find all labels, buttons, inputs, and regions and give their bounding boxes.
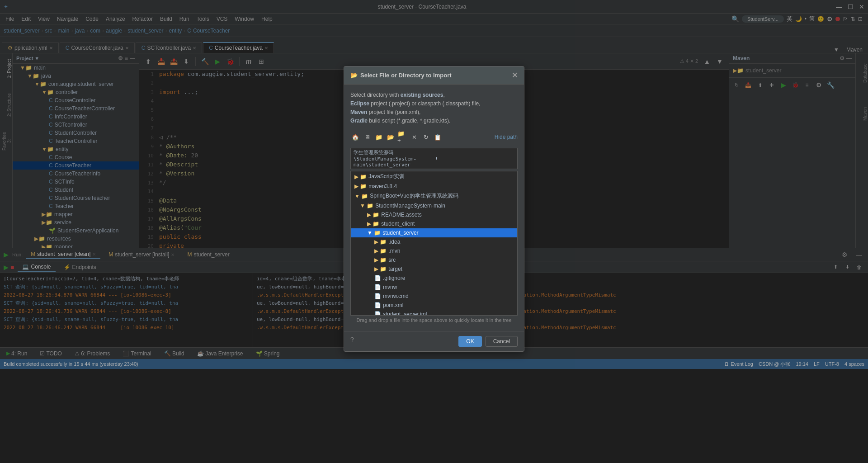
dtree-src-label: src bbox=[388, 257, 396, 263]
dialog-body: Select directory with existing sources, … bbox=[344, 85, 524, 331]
dtree-pom-xml-label: pom.xml bbox=[383, 302, 403, 308]
dtree-file-icon: 📄 bbox=[374, 284, 381, 290]
dtree-idea[interactable]: ▶ 📁 .idea bbox=[351, 237, 517, 246]
dialog-overlay: 📂 Select File or Directory to Import ✕ S… bbox=[0, 0, 868, 463]
dtree-folder-icon: ▶ 📁 bbox=[374, 257, 387, 263]
dtree-mvnw[interactable]: 📄 mvnw bbox=[351, 283, 517, 292]
dtree-file-icon: 📄 bbox=[374, 311, 381, 316]
dialog-toolbar-folder-icon[interactable]: 📁 bbox=[374, 132, 384, 142]
dialog-toolbar-folder2-icon[interactable]: 📂 bbox=[386, 132, 396, 142]
dtree-folder-icon: ▼ 📁 bbox=[360, 203, 373, 209]
dtree-springboot-label: SpringBoot+Vue的学生管理系统源码 bbox=[370, 192, 458, 200]
dtree-gitignore[interactable]: 📄 .gitignore bbox=[351, 274, 517, 283]
dtree-idea-label: .idea bbox=[388, 239, 400, 245]
dtree-student-server-label: student_server bbox=[382, 230, 418, 236]
dialog-hint: Drag and drop a file into the space abov… bbox=[350, 316, 518, 325]
dialog-toolbar-copy-icon[interactable]: 📋 bbox=[433, 132, 443, 142]
dtree-mvn-label: .mvn bbox=[388, 248, 400, 254]
dtree-student-server-iml[interactable]: 📄 student_server.iml bbox=[351, 310, 517, 316]
dtree-xml-icon: 📄 bbox=[374, 302, 381, 308]
dtree-student-manage-main[interactable]: ▼ 📁 StudentManageSystem-main bbox=[351, 201, 517, 210]
dialog-toolbar: 🏠 🖥 📁 📂 📁+ ✕ ↻ 📋 Hide path bbox=[350, 130, 518, 144]
dtree-gitignore-label: .gitignore bbox=[383, 275, 405, 281]
dialog-file-tree: ▶ 📁 JavaScript实训 ▶ 📁 maven3.8.4 ▼ 📁 Spri… bbox=[350, 171, 518, 316]
dtree-student-server[interactable]: ▼ 📁 student_server bbox=[351, 228, 517, 237]
dialog-close-button[interactable]: ✕ bbox=[512, 71, 518, 80]
dialog-cancel-button[interactable]: Cancel bbox=[486, 336, 518, 347]
dtree-folder-icon: ▼ 📁 bbox=[354, 193, 368, 199]
dtree-folder-icon: ▶ 📁 bbox=[367, 212, 379, 218]
dtree-student-client[interactable]: ▶ 📁 student_client bbox=[351, 219, 517, 228]
dialog-path-value: 学生管理系统源码\StudentManageSystem-main\studen… bbox=[354, 149, 433, 168]
dialog-ok-button[interactable]: OK bbox=[458, 336, 481, 347]
import-dialog: 📂 Select File or Directory to Import ✕ S… bbox=[344, 66, 524, 352]
dialog-path-bar: 学生管理系统源码\StudentManageSystem-main\studen… bbox=[350, 148, 518, 169]
dtree-folder-icon: ▶ 📁 bbox=[354, 174, 367, 180]
dialog-path-download-icon[interactable]: ⬇ bbox=[435, 156, 514, 161]
dtree-readme-assets[interactable]: ▶ 📁 README.assets bbox=[351, 210, 517, 219]
dtree-mvnw-cmd[interactable]: 📄 mvnw.cmd bbox=[351, 292, 517, 301]
dtree-springboot[interactable]: ▼ 📁 SpringBoot+Vue的学生管理系统源码 bbox=[351, 191, 517, 201]
hide-path-button[interactable]: Hide path bbox=[495, 134, 518, 140]
dtree-folder-icon: ▶ 📁 bbox=[367, 221, 379, 227]
dtree-file-icon: 📄 bbox=[374, 275, 381, 281]
dtree-student-manage-main-label: StudentManageSystem-main bbox=[375, 203, 445, 209]
dtree-mvn[interactable]: ▶ 📁 .mvn bbox=[351, 246, 517, 255]
dialog-toolbar-refresh-icon[interactable]: ↻ bbox=[421, 132, 431, 142]
dtree-student-client-label: student_client bbox=[381, 221, 415, 227]
dialog-footer: ? OK Cancel bbox=[344, 331, 524, 351]
help-icon-btn[interactable]: ? bbox=[350, 336, 354, 347]
dialog-toolbar-home-icon[interactable]: 🏠 bbox=[350, 132, 360, 142]
dtree-mvnw-cmd-label: mvnw.cmd bbox=[383, 293, 409, 299]
dtree-folder-icon: ▶ 📁 bbox=[374, 248, 387, 254]
dtree-folder-icon: ▶ 📁 bbox=[374, 266, 387, 272]
dialog-toolbar-desktop-icon[interactable]: 🖥 bbox=[362, 132, 372, 142]
dtree-folder-icon: ▶ 📁 bbox=[374, 239, 387, 245]
dtree-javascript-label: JavaScript实训 bbox=[368, 173, 405, 180]
dialog-title-icon: 📂 bbox=[350, 72, 358, 79]
dialog-toolbar-clear-icon[interactable]: ✕ bbox=[409, 132, 419, 142]
dtree-maven[interactable]: ▶ 📁 maven3.8.4 bbox=[351, 182, 517, 191]
dialog-title-bar: 📂 Select File or Directory to Import ✕ bbox=[344, 66, 524, 85]
dtree-maven-label: maven3.8.4 bbox=[368, 183, 397, 189]
dtree-target[interactable]: ▶ 📁 target bbox=[351, 265, 517, 274]
dtree-file-icon: 📄 bbox=[374, 293, 381, 299]
dtree-folder-icon: ▼ 📁 bbox=[367, 230, 381, 236]
dtree-mvnw-label: mvnw bbox=[383, 284, 397, 290]
dialog-description: Select directory with existing sources, … bbox=[350, 91, 518, 126]
dtree-src[interactable]: ▶ 📁 src bbox=[351, 255, 517, 265]
dtree-javascript[interactable]: ▶ 📁 JavaScript实训 bbox=[351, 171, 517, 182]
dtree-target-label: target bbox=[388, 266, 402, 272]
dialog-title-text: Select File or Directory to Import bbox=[360, 72, 452, 79]
dialog-toolbar-new-folder-icon[interactable]: 📁+ bbox=[397, 132, 407, 142]
dtree-pom-xml[interactable]: 📄 pom.xml bbox=[351, 301, 517, 310]
dtree-student-server-iml-label: student_server.iml bbox=[383, 311, 427, 316]
dtree-readme-assets-label: README.assets bbox=[381, 212, 421, 218]
dtree-folder-icon: ▶ 📁 bbox=[354, 183, 367, 189]
